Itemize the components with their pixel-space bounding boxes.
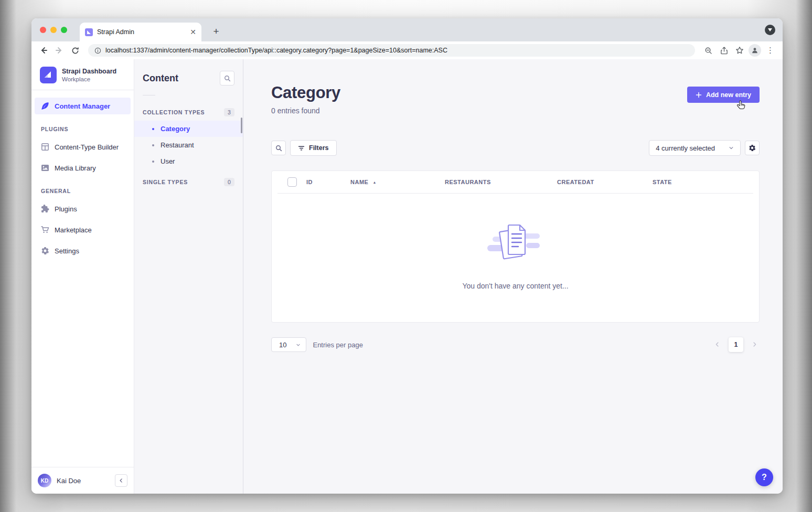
subnav-item-user[interactable]: User <box>134 153 243 169</box>
share-icon[interactable] <box>717 44 731 57</box>
chevron-left-icon <box>119 478 124 483</box>
sidebar-item-label: Plugins <box>55 205 77 213</box>
tab-title: Strapi Admin <box>97 28 186 36</box>
entries-per-page-label: Entries per page <box>313 341 362 349</box>
entries-found-label: 0 entries found <box>271 106 340 115</box>
columns-selected-dropdown[interactable]: 4 currently selected <box>649 140 741 156</box>
content-manager-subnav: Content COLLECTION TYPES 3 Category Rest… <box>134 59 243 494</box>
strapi-favicon <box>85 28 93 36</box>
single-types-count-badge: 0 <box>224 178 234 186</box>
close-window-button[interactable] <box>40 27 46 33</box>
column-header-name[interactable]: NAME ▲ <box>350 179 445 185</box>
chevron-left-icon <box>714 342 720 347</box>
workplace-brand[interactable]: Strapi Dashboard Workplace <box>31 59 134 90</box>
browser-extension-icon[interactable] <box>765 25 775 35</box>
user-avatar[interactable]: KD <box>38 474 51 487</box>
zoom-icon[interactable] <box>701 44 715 57</box>
sidebar-item-content-type-builder[interactable]: Content-Type Builder <box>35 138 131 155</box>
address-bar[interactable]: localhost:1337/admin/content-manager/col… <box>88 44 695 57</box>
column-header-restaurants[interactable]: RESTAURANTS <box>445 179 557 185</box>
sidebar-section-general: GENERAL <box>31 178 134 198</box>
column-header-id[interactable]: ID <box>306 179 350 185</box>
tab-close-icon[interactable]: ✕ <box>190 28 196 36</box>
maximize-window-button[interactable] <box>61 27 67 33</box>
window-controls <box>40 27 67 33</box>
user-name: Kai Doe <box>57 477 110 485</box>
subnav-item-label: User <box>161 157 175 165</box>
sidebar-item-settings[interactable]: Settings <box>35 242 131 259</box>
sidebar-item-label: Content-Type Builder <box>55 143 119 151</box>
previous-page-button[interactable] <box>712 340 722 349</box>
minimize-window-button[interactable] <box>50 27 57 33</box>
cart-icon <box>41 226 49 234</box>
reload-icon[interactable] <box>68 44 82 57</box>
main-sidebar: Strapi Dashboard Workplace Content Manag… <box>31 59 134 494</box>
forward-icon[interactable] <box>52 44 66 57</box>
layout-grid-icon <box>41 143 49 151</box>
collapse-sidebar-button[interactable] <box>115 474 127 487</box>
subnav-item-restaurant[interactable]: Restaurant <box>134 137 243 153</box>
sort-ascending-icon: ▲ <box>372 180 376 184</box>
page-size-select[interactable]: 10 <box>271 337 306 352</box>
browser-toolbar: localhost:1337/admin/content-manager/col… <box>31 41 783 59</box>
subnav-search-button[interactable] <box>220 71 234 86</box>
collection-types-header: COLLECTION TYPES 3 <box>134 103 243 121</box>
info-icon <box>94 47 101 54</box>
search-icon <box>224 75 231 82</box>
single-types-header: SINGLE TYPES 0 <box>134 173 243 190</box>
sidebar-item-marketplace[interactable]: Marketplace <box>35 221 131 238</box>
column-header-state[interactable]: STATE <box>653 179 672 185</box>
page-title: Category <box>271 83 340 102</box>
sidebar-user-footer: KD Kai Doe <box>31 467 134 494</box>
pagination-row: 10 Entries per page 1 <box>271 337 760 352</box>
subnav-item-category[interactable]: Category <box>134 121 243 137</box>
strapi-logo <box>40 67 57 83</box>
sidebar-item-label: Media Library <box>55 164 96 172</box>
browser-tab[interactable]: Strapi Admin ✕ <box>80 23 201 41</box>
subnav-title: Content <box>143 73 178 84</box>
select-all-checkbox[interactable] <box>287 177 297 187</box>
bookmark-star-icon[interactable] <box>733 44 746 57</box>
plus-icon <box>696 92 702 98</box>
table-header-row: ID NAME ▲ RESTAURANTS CREATEDAT STATE <box>272 171 759 193</box>
new-tab-button[interactable]: + <box>210 25 222 38</box>
strapi-admin-app: Strapi Dashboard Workplace Content Manag… <box>31 59 783 494</box>
back-icon[interactable] <box>37 44 50 57</box>
gear-icon <box>41 247 49 255</box>
empty-state: You don't have any content yet... <box>272 194 759 290</box>
url-text: localhost:1337/admin/content-manager/col… <box>105 47 447 54</box>
view-settings-button[interactable] <box>745 141 760 155</box>
list-search-button[interactable] <box>271 141 286 155</box>
column-header-createdat[interactable]: CREATEDAT <box>557 179 653 185</box>
sidebar-item-label: Marketplace <box>55 226 92 234</box>
bullet-icon <box>152 144 154 146</box>
sidebar-item-plugins[interactable]: Plugins <box>35 200 131 217</box>
main-content: Category 0 entries found Add new entry F… <box>243 59 783 494</box>
puzzle-icon <box>41 205 49 213</box>
search-icon <box>275 145 282 152</box>
sidebar-item-content-manager[interactable]: Content Manager <box>35 98 131 114</box>
sidebar-item-label: Settings <box>55 247 79 255</box>
feather-edit-icon <box>41 102 49 110</box>
subnav-item-label: Category <box>161 125 190 133</box>
sidebar-section-plugins: PLUGINS <box>31 116 134 136</box>
help-button[interactable]: ? <box>755 468 773 486</box>
gear-icon <box>749 144 756 152</box>
page-1-button[interactable]: 1 <box>729 337 743 352</box>
browser-window: Strapi Admin ✕ + localhost:1337/admin/co… <box>31 18 783 494</box>
next-page-button[interactable] <box>750 340 760 349</box>
filters-button[interactable]: Filters <box>290 140 337 156</box>
empty-documents-illustration <box>486 221 545 268</box>
collection-types-count-badge: 3 <box>224 108 234 116</box>
bullet-icon <box>152 161 154 163</box>
browser-menu-icon[interactable]: ⋮ <box>763 46 777 55</box>
divider <box>143 95 155 95</box>
subnav-scrollbar[interactable] <box>241 118 242 133</box>
subnav-item-label: Restaurant <box>161 141 194 149</box>
add-new-entry-button[interactable]: Add new entry <box>687 87 760 103</box>
sidebar-item-label: Content Manager <box>55 102 110 110</box>
browser-profile-avatar[interactable] <box>749 44 761 57</box>
sidebar-item-media-library[interactable]: Media Library <box>35 159 131 176</box>
chevron-right-icon <box>752 342 757 347</box>
image-icon <box>41 164 49 172</box>
